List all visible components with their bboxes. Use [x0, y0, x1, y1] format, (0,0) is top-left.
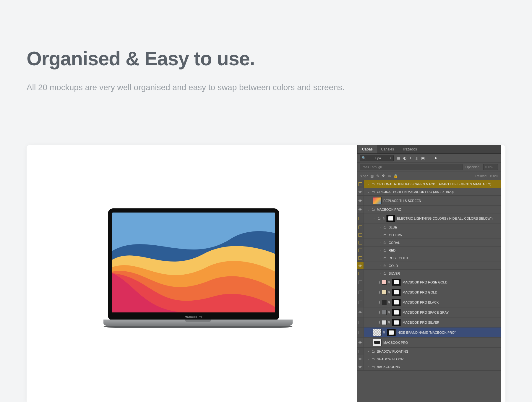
layer-name: OPTIONAL ROUNDED SCREEN MACB... ADAPT UI…: [377, 182, 491, 186]
visibility-toggle[interactable]: [357, 338, 364, 347]
layer-row[interactable]: ›🗀GOLD: [357, 262, 501, 270]
disclosure-icon[interactable]: ›: [379, 249, 382, 252]
lock-fill-row: Bloq.: ▨ ✎ ✥ ▭ 🔒 Relleno: 100%: [357, 171, 501, 180]
layer-row[interactable]: ›🗀SILVER: [357, 270, 501, 277]
layer-row[interactable]: ⨍⎘MACBOOK PRO SILVER: [357, 317, 501, 328]
lock-paint-icon[interactable]: ✎: [376, 174, 379, 178]
visibility-toggle[interactable]: [357, 328, 364, 337]
lock-label: Bloq.:: [360, 174, 368, 178]
filter-toggle-icon[interactable]: [435, 157, 437, 159]
color-swatch: [382, 280, 387, 285]
visibility-toggle[interactable]: [357, 223, 364, 231]
tab-channels[interactable]: Canales: [377, 145, 398, 153]
layer-name: RED: [389, 249, 395, 252]
layer-name: BLUE: [389, 226, 397, 229]
macbook-mockup: MacBook Pro: [103, 208, 284, 328]
layer-row[interactable]: › 🗀 OPTIONAL ROUNDED SCREEN MACB... ADAP…: [357, 180, 501, 188]
visibility-toggle[interactable]: [357, 213, 364, 223]
disclosure-icon[interactable]: ›: [367, 183, 370, 186]
folder-icon: 🗀: [372, 365, 375, 369]
visibility-toggle[interactable]: [357, 188, 364, 195]
disclosure-icon[interactable]: ›: [379, 234, 382, 236]
layer-row[interactable]: ⌄ 🗀 MACBOOK PRO: [357, 206, 501, 213]
disclosure-icon[interactable]: ›: [379, 264, 382, 267]
folder-icon: 🗀: [383, 225, 387, 229]
filter-shape-icon[interactable]: ◫: [415, 156, 418, 160]
layer-row[interactable]: ⨍⎘MACBOOK PRO GOLD: [357, 287, 501, 297]
layer-row[interactable]: ⨍⎘MACBOOK PRO BLACK: [357, 297, 501, 307]
disclosure-icon[interactable]: ›: [379, 272, 382, 275]
disclosure-icon[interactable]: ›: [367, 365, 370, 368]
disclosure-icon[interactable]: ⌄: [367, 208, 370, 211]
mask-thumbnail: [392, 279, 401, 286]
filter-smart-icon[interactable]: ▣: [421, 156, 425, 160]
link-icon: ⎘: [388, 291, 390, 294]
page-subtitle: All 20 mockups are very well organised a…: [27, 83, 344, 92]
tab-layers[interactable]: Capas: [358, 145, 377, 153]
visibility-toggle[interactable]: [357, 196, 364, 205]
visibility-toggle[interactable]: [357, 239, 364, 246]
folder-icon: 🗀: [383, 264, 387, 268]
visibility-toggle[interactable]: [357, 254, 364, 262]
visibility-toggle[interactable]: [357, 231, 364, 239]
layer-row[interactable]: ›🗀ROSE GOLD: [357, 254, 501, 262]
layer-name: GOLD: [389, 264, 398, 268]
fill-label: Relleno:: [476, 174, 487, 178]
disclosure-icon[interactable]: ›: [367, 358, 370, 361]
filter-adjust-icon[interactable]: ◐: [403, 156, 406, 160]
layer-name: MACBOOK PRO ROSE GOLD: [403, 281, 447, 284]
layer-row[interactable]: ›🗀SHADOW FLOOR: [357, 355, 501, 363]
lock-art-icon[interactable]: ▭: [387, 174, 391, 178]
visibility-toggle[interactable]: [357, 180, 364, 188]
layer-row[interactable]: ›🗀RED: [357, 247, 501, 254]
opacity-field[interactable]: 100%: [483, 164, 498, 170]
layer-row[interactable]: ›🗀SHADOW FLOATING: [357, 348, 501, 355]
visibility-toggle[interactable]: [357, 287, 364, 297]
layer-name: MACBOOK PRO GOLD: [403, 291, 437, 294]
disclosure-icon[interactable]: ›: [379, 226, 382, 229]
visibility-toggle[interactable]: [357, 297, 364, 307]
visibility-toggle[interactable]: [357, 348, 364, 355]
visibility-toggle[interactable]: [357, 277, 364, 287]
lock-trans-icon[interactable]: ▨: [370, 174, 374, 178]
visibility-toggle[interactable]: [357, 247, 364, 254]
visibility-toggle[interactable]: [357, 206, 364, 213]
fill-field[interactable]: 100%: [490, 174, 498, 178]
layer-filter-select[interactable]: 🔍 Tipo ▾: [360, 155, 394, 161]
layer-row[interactable]: ⌄ 🗀 ORIGINAL SCREEN MACBOOK PRO (3072 X …: [357, 188, 501, 196]
disclosure-icon[interactable]: ⌄: [373, 217, 376, 220]
filter-type-icon[interactable]: T: [409, 156, 412, 160]
disclosure-icon[interactable]: ›: [379, 257, 382, 260]
disclosure-icon[interactable]: ›: [379, 241, 382, 244]
disclosure-icon[interactable]: ⌄: [367, 190, 370, 193]
layer-row[interactable]: ⨍⎘MACBOOK PRO ROSE GOLD: [357, 277, 501, 287]
tab-paths[interactable]: Trazados: [398, 145, 421, 153]
layer-row[interactable]: ›🗀BACKGROUND: [357, 363, 501, 371]
visibility-toggle[interactable]: [357, 355, 364, 363]
wallpaper-big-sur: [112, 213, 275, 312]
filter-pixel-icon[interactable]: ▦: [397, 156, 400, 160]
lock-pos-icon[interactable]: ✥: [382, 174, 385, 178]
opacity-label: Opacidad:: [466, 165, 480, 169]
layer-row[interactable]: ⨍⎘MACBOOK PRO SPACE GRAY: [357, 307, 501, 317]
mask-thumbnail: [392, 299, 401, 306]
visibility-toggle[interactable]: [357, 307, 364, 317]
layer-row[interactable]: REPLACE THIS SCREEN: [357, 196, 501, 206]
folder-icon: 🗀: [372, 190, 375, 194]
filter-type-icons: ▦ ◐ T ◫ ▣: [397, 156, 437, 160]
layer-row[interactable]: ›🗀YELLOW: [357, 231, 501, 239]
visibility-toggle[interactable]: [357, 262, 364, 269]
layer-list: › 🗀 OPTIONAL ROUNDED SCREEN MACB... ADAP…: [357, 180, 501, 402]
disclosure-icon[interactable]: ›: [367, 350, 370, 353]
layer-row[interactable]: ›🗀BLUE: [357, 223, 501, 231]
visibility-toggle[interactable]: [357, 317, 364, 327]
layer-row[interactable]: MACBOOK PRO: [357, 338, 501, 348]
fx-icon: ⨍: [379, 301, 380, 304]
blend-mode-select[interactable]: Pass Through: [360, 164, 463, 170]
layer-row[interactable]: ›🗀CORAL: [357, 239, 501, 247]
visibility-toggle[interactable]: [357, 270, 364, 277]
layer-row[interactable]: ⌄ 🗀 ⎘ ELECTRIC LIGHTNING COLORS ( HIDE A…: [357, 213, 501, 223]
layer-row[interactable]: ⎘ HIDE BRAND NAME "MACBOOK PRO": [357, 328, 501, 338]
lock-all-icon[interactable]: 🔒: [393, 174, 398, 178]
visibility-toggle[interactable]: [357, 363, 364, 370]
